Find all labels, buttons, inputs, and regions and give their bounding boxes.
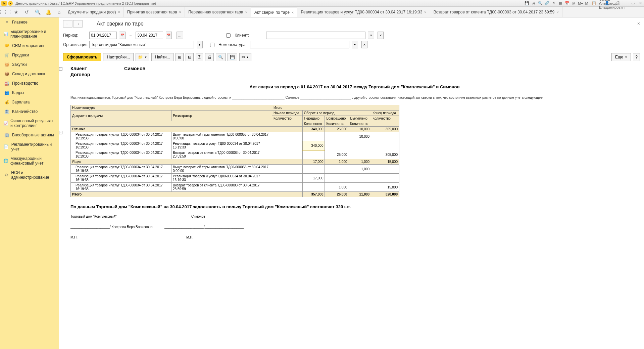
- tab-return[interactable]: Возврат товаров от клиента ТД00-000003 о…: [430, 7, 562, 17]
- tab-received-tara[interactable]: Принятая возвратная тара×: [124, 7, 185, 17]
- table-row[interactable]: Реализация товаров и услуг ТД00-000034 о…: [71, 150, 399, 159]
- bars-icon: 📈: [3, 121, 8, 126]
- nav-back-button[interactable]: ←: [63, 20, 72, 28]
- print-icon[interactable]: 🖨: [531, 1, 536, 6]
- preview-icon[interactable]: 🔍: [216, 53, 226, 61]
- close-icon[interactable]: ×: [424, 10, 426, 14]
- close-icon[interactable]: ×: [292, 10, 294, 14]
- close-button[interactable]: ✕: [638, 1, 643, 6]
- org-input[interactable]: [89, 41, 194, 48]
- nomen-clear-icon[interactable]: ×: [361, 41, 367, 48]
- col-returned: Возвращено: [325, 116, 349, 121]
- sidebar-item-production[interactable]: 🏭Производство: [0, 79, 59, 88]
- tab-reconciliation[interactable]: Акт сверки по таре×: [251, 7, 297, 17]
- sidebar-item-assets[interactable]: 🏢Внеоборотные активы: [0, 130, 59, 140]
- table-row[interactable]: Реализация товаров и услуг ТД00-000034 о…: [71, 132, 399, 141]
- clipboard-icon[interactable]: 📋: [592, 1, 596, 6]
- sidebar-item-sales[interactable]: 🛒Продажи: [0, 50, 59, 60]
- sidebar-item-warehouse[interactable]: 📦Склад и доставка: [0, 69, 59, 79]
- sidebar-item-treasury[interactable]: 🏦Казначейство: [0, 107, 59, 116]
- close-content-icon[interactable]: ×: [637, 21, 640, 26]
- link-icon[interactable]: 🔗: [545, 1, 549, 6]
- client-checkbox[interactable]: [226, 33, 231, 38]
- client-dropdown-icon[interactable]: ▼: [368, 32, 374, 39]
- nomen-dropdown-icon[interactable]: ▼: [352, 41, 358, 48]
- date-to-input[interactable]: [136, 32, 163, 39]
- cart-icon: 🛒: [3, 53, 10, 57]
- sidebar-item-finance[interactable]: 📈Финансовый результат и контроллинг: [0, 116, 59, 130]
- client-label: Клиент:: [235, 33, 263, 38]
- calendar-icon[interactable]: 📅: [565, 1, 569, 6]
- date-from-input[interactable]: [89, 32, 117, 39]
- find-button[interactable]: Найти...: [151, 53, 174, 61]
- collapse-icon[interactable]: ⊟: [186, 53, 194, 61]
- table-row[interactable]: Реализация товаров и услуг ТД00-000034 о…: [71, 165, 399, 174]
- expand-icon[interactable]: ⊞: [176, 53, 184, 61]
- close-icon[interactable]: ×: [118, 10, 120, 14]
- dash: –: [130, 33, 132, 37]
- sidebar-item-admin[interactable]: ⚙НСИ и администрирование: [0, 168, 59, 182]
- refresh-icon[interactable]: ↻: [551, 1, 556, 6]
- calendar-from-icon[interactable]: 📅: [119, 32, 126, 39]
- client-clear-icon[interactable]: ×: [378, 32, 384, 39]
- sum-icon[interactable]: Σ: [196, 53, 203, 61]
- sidebar-item-main[interactable]: ≡Главное: [0, 17, 59, 27]
- close-icon[interactable]: ×: [245, 10, 247, 14]
- nomen-checkbox[interactable]: [210, 43, 214, 47]
- org-dropdown-icon[interactable]: ▼: [197, 41, 203, 48]
- search-tab-icon[interactable]: 🔍: [32, 7, 43, 17]
- client-input[interactable]: [266, 32, 365, 39]
- info-icon[interactable]: ⓘ: [616, 1, 621, 6]
- table-row[interactable]: Реализация товаров и услуг ТД00-000034 о…: [71, 174, 399, 183]
- col-qty5: Количество: [349, 121, 371, 127]
- tab-sales-docs[interactable]: Документы продажи (все)×: [64, 7, 124, 17]
- form-button[interactable]: Сформировать: [63, 53, 101, 61]
- more-button[interactable]: Еще ▼: [611, 53, 631, 61]
- col-transferred: Передано: [302, 116, 325, 121]
- tab-transferred-tara[interactable]: Переданная возвратная тара×: [185, 7, 251, 17]
- report-area[interactable]: − − КлиентСимонов Договор Акт сверки за …: [59, 64, 644, 349]
- table-group-row[interactable]: Бутылка 340,000 25,000 10,000 305,000: [71, 127, 399, 132]
- history-icon[interactable]: ↺: [21, 7, 32, 17]
- help-button[interactable]: ?: [633, 53, 640, 61]
- period-select-button[interactable]: ...: [177, 32, 183, 39]
- variants-button[interactable]: 📁▼: [136, 53, 149, 61]
- print-button[interactable]: 🖨: [205, 53, 214, 61]
- m-minus-icon[interactable]: M-: [585, 1, 590, 6]
- save-report-icon[interactable]: 💾: [228, 53, 237, 61]
- m-plus-icon[interactable]: M+: [578, 1, 583, 6]
- send-button[interactable]: ✉▼: [239, 53, 251, 61]
- collapse-toggle-icon[interactable]: −: [59, 67, 62, 71]
- maximize-button[interactable]: ▭: [631, 1, 635, 6]
- nomen-input[interactable]: [250, 41, 349, 48]
- app-menu-dropdown-icon[interactable]: ▾: [8, 1, 13, 6]
- apps-icon[interactable]: ⋮⋮⋮: [0, 7, 11, 17]
- minimize-button[interactable]: —: [623, 1, 628, 6]
- sidebar-item-salary[interactable]: 💰Зарплата: [0, 97, 59, 107]
- search-icon[interactable]: 🔍: [538, 1, 543, 6]
- close-icon[interactable]: ×: [179, 10, 181, 14]
- notifications-icon[interactable]: 🔔: [43, 7, 54, 17]
- sidebar-item-purchases[interactable]: 🧺Закупки: [0, 60, 59, 69]
- table-row[interactable]: Реализация товаров и услуг ТД00-000034 о…: [71, 183, 399, 192]
- sidebar-item-budget[interactable]: 📊Бюджетирование и планирование: [0, 27, 59, 41]
- settings-button[interactable]: Настройки...: [103, 53, 134, 61]
- tab-realization[interactable]: Реализация товаров и услуг ТД00-000034 о…: [297, 7, 430, 17]
- nav-forward-button[interactable]: →: [73, 20, 83, 28]
- current-user[interactable]: 👤 Орлов Александр Владимирович: [607, 1, 612, 6]
- save-icon[interactable]: 💾: [525, 1, 529, 6]
- table-group-row[interactable]: Ящик 17,000 1,000 1,000 15,000: [71, 159, 399, 165]
- sidebar-item-crm[interactable]: 🤝CRM и маркетинг: [0, 41, 59, 50]
- collapse-toggle-icon[interactable]: −: [59, 131, 62, 134]
- calendar-to-icon[interactable]: 📅: [166, 32, 172, 39]
- sidebar-item-hr[interactable]: 👥Кадры: [0, 88, 59, 97]
- favorite-icon[interactable]: ★: [11, 7, 21, 17]
- close-icon[interactable]: ×: [556, 10, 558, 14]
- sidebar-item-regulated[interactable]: 📄Регламентированный учет: [0, 140, 59, 154]
- m-icon[interactable]: M: [572, 1, 576, 6]
- home-icon[interactable]: ⌂: [54, 7, 64, 17]
- bank-icon: 🏦: [3, 109, 10, 114]
- table-row[interactable]: Реализация товаров и услуг ТД00-000034 о…: [71, 141, 399, 150]
- calc-icon[interactable]: ▦: [558, 1, 563, 6]
- sidebar-item-intl[interactable]: 🌐Международный финансовый учет: [0, 154, 59, 168]
